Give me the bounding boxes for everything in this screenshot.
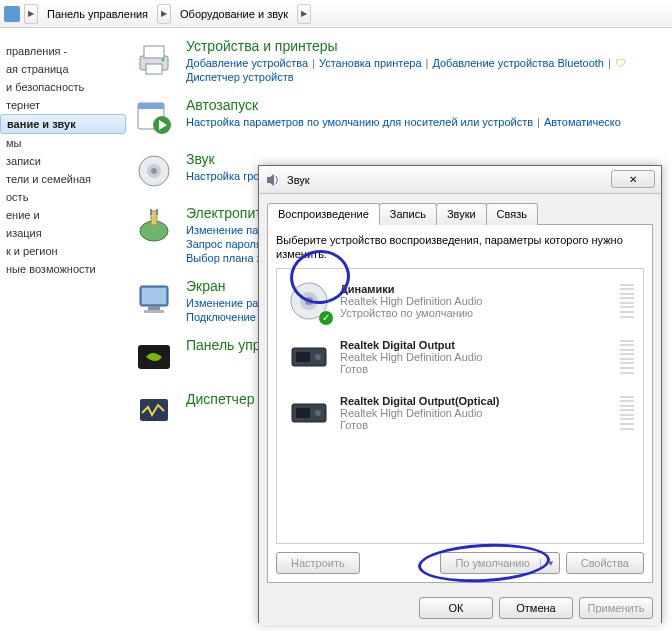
link-add-device[interactable]: Добавление устройства — [186, 57, 308, 69]
svg-rect-26 — [296, 352, 310, 362]
digital-device-icon — [286, 334, 332, 380]
tab-sounds[interactable]: Звуки — [436, 203, 487, 225]
sidebar-item[interactable]: ение и — [0, 206, 126, 224]
task-icon — [134, 391, 174, 431]
link-power-plan[interactable]: Выбор плана з — [186, 252, 262, 264]
sidebar-item[interactable]: ая страница — [0, 60, 126, 78]
printer-icon — [134, 38, 174, 78]
svg-point-27 — [315, 354, 321, 360]
sidebar: правления -ая страницаи безопасностьтерн… — [0, 28, 130, 631]
level-meter — [620, 284, 634, 318]
cancel-button[interactable]: Отмена — [499, 597, 573, 619]
digital-device-icon — [286, 390, 332, 436]
sound-dialog: Звук ✕ ВоспроизведениеЗаписьЗвукиСвязь В… — [258, 165, 662, 623]
chevron-down-icon: ▼ — [540, 559, 555, 568]
sound-icon — [134, 151, 174, 191]
svg-rect-2 — [146, 64, 162, 74]
link-screen-connect[interactable]: Подключение — [186, 311, 256, 323]
sidebar-item[interactable]: тели и семейная — [0, 170, 126, 188]
sidebar-item[interactable]: изация — [0, 224, 126, 242]
svg-rect-16 — [142, 288, 166, 304]
sidebar-item[interactable]: правления - — [0, 42, 126, 60]
breadcrumb-bar: ▶ Панель управления ▶ Оборудование и зву… — [0, 0, 672, 28]
tab-strip: ВоспроизведениеЗаписьЗвукиСвязь — [267, 202, 653, 225]
dialog-titlebar[interactable]: Звук ✕ — [259, 166, 661, 194]
sidebar-item[interactable]: к и регион — [0, 242, 126, 260]
category-title[interactable]: Устройства и принтеры — [186, 38, 668, 54]
svg-point-10 — [151, 168, 157, 174]
link-autoplay-defaults[interactable]: Настройка параметров по умолчанию для но… — [186, 116, 533, 128]
check-icon: ✓ — [318, 310, 334, 326]
device-text: Realtek Digital Output(Optical)Realtek H… — [340, 395, 612, 431]
svg-point-3 — [162, 59, 165, 62]
sidebar-item[interactable]: ные возможности — [0, 260, 126, 278]
svg-point-24 — [305, 297, 313, 305]
svg-rect-5 — [138, 103, 164, 109]
svg-rect-29 — [296, 408, 310, 418]
category-devices: Устройства и принтеры Добавление устройс… — [134, 38, 668, 83]
set-default-button[interactable]: По умолчанию▼ — [440, 552, 559, 574]
sidebar-item[interactable]: ость — [0, 188, 126, 206]
tab-record[interactable]: Запись — [379, 203, 437, 225]
sidebar-item[interactable]: вание и звук — [0, 114, 126, 134]
tab-comm[interactable]: Связь — [486, 203, 538, 225]
dialog-title: Звук — [287, 174, 310, 186]
link-install-printer[interactable]: Установка принтера — [319, 57, 422, 69]
link-sound-volume[interactable]: Настройка гро — [186, 170, 259, 182]
breadcrumb-control-panel[interactable]: Панель управления — [40, 5, 155, 23]
properties-button[interactable]: Свойства — [566, 552, 644, 574]
link-power-password[interactable]: Запрос пароля — [186, 238, 262, 250]
svg-point-30 — [315, 410, 321, 416]
device-text: ДинамикиRealtek High Definition AudioУст… — [340, 283, 612, 319]
level-meter — [620, 396, 634, 430]
device-item[interactable]: Realtek Digital Output(Optical)Realtek H… — [281, 385, 639, 441]
close-button[interactable]: ✕ — [611, 170, 655, 188]
svg-rect-17 — [148, 306, 160, 310]
svg-marker-21 — [267, 174, 274, 186]
breadcrumb-dropdown[interactable]: ▶ — [24, 4, 38, 24]
sidebar-item[interactable]: мы — [0, 134, 126, 152]
link-power-change[interactable]: Изменение пар — [186, 224, 264, 236]
power-icon — [134, 205, 174, 245]
nvidia-icon — [134, 337, 174, 377]
screen-icon — [134, 278, 174, 318]
device-text: Realtek Digital OutputRealtek High Defin… — [340, 339, 612, 375]
breadcrumb-hardware-sound[interactable]: Оборудование и звук — [173, 5, 295, 23]
tab-playback[interactable]: Воспроизведение — [267, 203, 380, 225]
sidebar-item[interactable]: и безопасность — [0, 78, 126, 96]
breadcrumb-arrow[interactable]: ▶ — [297, 4, 311, 24]
control-panel-icon — [4, 6, 20, 22]
link-add-bluetooth[interactable]: Добавление устройства Bluetooth — [432, 57, 604, 69]
device-item[interactable]: ✓ДинамикиRealtek High Definition AudioУс… — [281, 273, 639, 329]
apply-button[interactable]: Применить — [579, 597, 653, 619]
device-item[interactable]: Realtek Digital OutputRealtek High Defin… — [281, 329, 639, 385]
tab-playback-panel: Выберите устройство воспроизведения, пар… — [267, 225, 653, 583]
sidebar-item[interactable]: записи — [0, 152, 126, 170]
category-autoplay: Автозапуск Настройка параметров по умолч… — [134, 97, 668, 137]
link-device-manager[interactable]: Диспетчер устройств — [186, 71, 294, 83]
svg-rect-18 — [144, 310, 164, 313]
ok-button[interactable]: ОК — [419, 597, 493, 619]
speaker-device-icon: ✓ — [286, 278, 332, 324]
playback-hint: Выберите устройство воспроизведения, пар… — [276, 233, 644, 262]
speaker-icon — [265, 172, 281, 188]
shield-icon: 🛡 — [615, 57, 626, 69]
autoplay-icon — [134, 97, 174, 137]
category-title[interactable]: Автозапуск — [186, 97, 668, 113]
level-meter — [620, 340, 634, 374]
sidebar-item[interactable]: тернет — [0, 96, 126, 114]
link-autoplay-auto[interactable]: Автоматическо — [544, 116, 621, 128]
device-list[interactable]: ✓ДинамикиRealtek High Definition AudioУс… — [276, 268, 644, 544]
svg-rect-1 — [144, 46, 164, 58]
dialog-footer: ОК Отмена Применить — [259, 591, 661, 625]
breadcrumb-arrow[interactable]: ▶ — [157, 4, 171, 24]
svg-rect-14 — [156, 209, 158, 215]
link-screen-resolution[interactable]: Изменение раз — [186, 297, 263, 309]
svg-rect-13 — [150, 209, 152, 215]
configure-button[interactable]: Настроить — [276, 552, 360, 574]
